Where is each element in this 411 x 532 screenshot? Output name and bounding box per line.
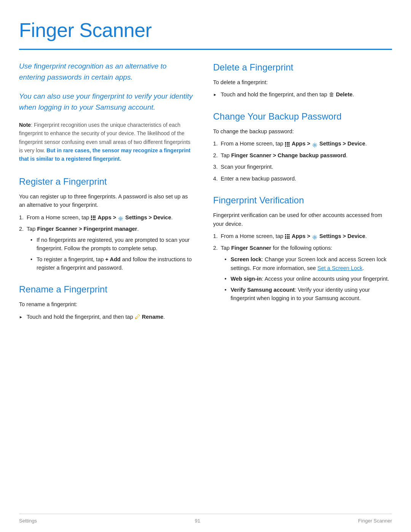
page-footer: Settings 91 Finger Scanner <box>19 514 392 525</box>
section-title-delete: Delete a Fingerprint <box>213 61 392 74</box>
backup-steps-list: 1. From a Home screen, tap Apps > <box>213 139 392 183</box>
page-title: Finger Scanner <box>19 15 392 45</box>
section-title-backup: Change Your Backup Password <box>213 110 392 123</box>
add-icon: + <box>105 256 108 262</box>
delete-bullet: Touch and hold the fingerprint, and then… <box>213 90 392 99</box>
page-container: Finger Scanner Use fingerprint recogniti… <box>0 0 411 346</box>
section-title-register: Register a Fingerprint <box>19 175 194 189</box>
delete-bullet-list: Touch and hold the fingerprint, and then… <box>213 90 392 99</box>
verification-step-2: 2. Tap Finger Scanner for the following … <box>213 244 392 303</box>
verification-bullet-screen-lock: Screen lock: Change your Screen lock and… <box>225 255 392 272</box>
apps-grid-icon-3 <box>285 234 290 239</box>
verification-sub-bullets: Screen lock: Change your Screen lock and… <box>225 255 392 302</box>
verification-bullet-web-signin: Web sign-in: Access your online accounts… <box>225 275 392 283</box>
backup-step-1: 1. From a Home screen, tap Apps > <box>213 139 392 148</box>
settings-gear-icon <box>118 215 123 220</box>
two-column-layout: Use fingerprint recognition as an altern… <box>19 61 392 323</box>
footer-right: Finger Scanner <box>358 517 392 525</box>
backup-intro: To change the backup password: <box>213 127 392 136</box>
rename-bullet: Touch and hold the fingerprint, and then… <box>19 313 194 321</box>
verification-steps-list: 1. From a Home screen, tap Apps > <box>213 232 392 302</box>
note-label: Note <box>19 122 31 128</box>
register-steps-list: 1. From a Home screen, tap Apps > <box>19 213 194 272</box>
intro-paragraph-2: You can also use your fingerprint to ver… <box>19 91 194 113</box>
section-title-rename: Rename a Fingerprint <box>19 283 194 296</box>
backup-step-3: 3. Scan your fingerprint. <box>213 163 392 171</box>
footer-left: Settings <box>19 517 37 525</box>
register-bullet-2: To register a fingerprint, tap + Add and… <box>30 255 194 272</box>
left-column: Use fingerprint recognition as an altern… <box>19 61 194 323</box>
note-block: Note: Fingerprint recognition uses the u… <box>19 121 194 163</box>
svg-point-0 <box>120 218 121 219</box>
register-step-2: 2. Tap Finger Scanner > Fingerprint mana… <box>19 225 194 272</box>
svg-point-1 <box>314 144 315 145</box>
svg-point-2 <box>314 236 315 238</box>
section-title-verification: Fingerprint Verification <box>213 193 392 207</box>
settings-gear-icon-2 <box>312 142 317 147</box>
rename-intro: To rename a fingerprint: <box>19 300 194 308</box>
rename-bullet-list: Touch and hold the fingerprint, and then… <box>19 313 194 321</box>
header-rule <box>19 49 392 50</box>
apps-grid-icon <box>91 216 96 220</box>
register-step-1: 1. From a Home screen, tap Apps > <box>19 213 194 222</box>
delete-intro: To delete a fingerprint: <box>213 78 392 86</box>
screen-lock-link[interactable]: Set a Screen Lock <box>317 265 363 271</box>
backup-step-2: 2. Tap Finger Scanner > Change backup pa… <box>213 151 392 160</box>
pencil-icon: 🖊 <box>135 314 140 320</box>
verification-bullet-samsung-account: Verify Samsung account: Verify your iden… <box>225 286 392 303</box>
register-intro: You can register up to three fingerprint… <box>19 192 194 209</box>
verification-step-1: 1. From a Home screen, tap Apps > <box>213 232 392 240</box>
footer-page-number: 91 <box>195 517 200 525</box>
trash-icon: 🗑 <box>329 91 335 97</box>
register-sub-bullets: If no fingerprints are registered, you a… <box>30 236 194 272</box>
intro-paragraph-1: Use fingerprint recognition as an altern… <box>19 61 194 83</box>
register-bullet-1: If no fingerprints are registered, you a… <box>30 236 194 253</box>
apps-grid-icon-2 <box>285 142 290 147</box>
settings-gear-icon-3 <box>312 234 317 239</box>
backup-step-4: 4. Enter a new backup password. <box>213 174 392 183</box>
verification-intro: Fingerprint verification can be used for… <box>213 211 392 228</box>
right-column: Delete a Fingerprint To delete a fingerp… <box>213 61 392 323</box>
